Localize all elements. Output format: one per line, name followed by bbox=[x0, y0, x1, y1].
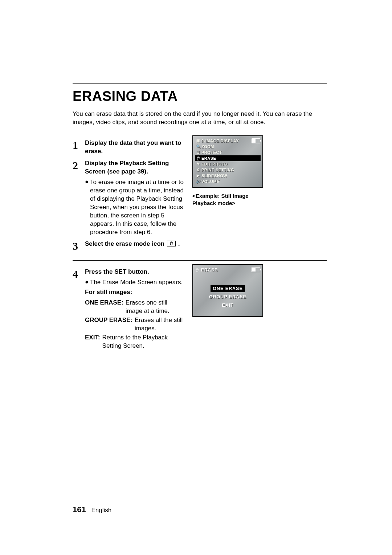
menu-item-icon: 🔊 bbox=[195, 179, 201, 184]
lcd-playback-menu: ▦9-IMAGE DISPLAY🔍ZOOM⛨PROTECTERASE✎EDIT … bbox=[192, 135, 263, 188]
step-2: 2 Display the Playback Setting Screen (s… bbox=[73, 159, 185, 236]
step-number: 3 bbox=[73, 240, 85, 252]
rule-mid bbox=[73, 260, 327, 261]
exit-label: EXIT: bbox=[85, 334, 100, 350]
intro-text: You can erase data that is stored on the… bbox=[73, 110, 327, 127]
step-number: 2 bbox=[73, 159, 85, 171]
lcd1-menu-item: ⛨PROTECT bbox=[195, 150, 261, 155]
step3-head-b: . bbox=[178, 240, 180, 247]
lcd-erase-mode: ERASE ONE ERASEGROUP ERASEEXIT bbox=[192, 264, 263, 317]
menu-item-icon: 🔍 bbox=[195, 144, 201, 149]
lcd1-menu-item: ERASE bbox=[195, 155, 261, 161]
step-4: 4 Press the SET button. ● The Erase Mode… bbox=[73, 268, 185, 351]
menu-item-label: ZOOM bbox=[201, 144, 214, 150]
lcd1-menu-item: ▦9-IMAGE DISPLAY bbox=[195, 138, 261, 144]
menu-item-label: VOLUME bbox=[201, 179, 220, 184]
lcd2-option: EXIT bbox=[220, 302, 236, 309]
lcd2-option: GROUP ERASE bbox=[207, 294, 249, 301]
menu-item-label: ERASE bbox=[201, 156, 216, 161]
group-erase-text: Erases all the still images. bbox=[135, 316, 185, 333]
trash-icon bbox=[195, 268, 199, 272]
menu-item-icon: ⎙ bbox=[195, 167, 201, 172]
lcd1-caption: <Example: Still Image Playback mode> bbox=[192, 192, 269, 207]
lcd2-option: ONE ERASE bbox=[211, 285, 245, 292]
menu-item-icon bbox=[195, 156, 201, 160]
bullet-dot: ● bbox=[85, 278, 90, 287]
page-footer: 161 English bbox=[73, 504, 111, 515]
lcd1-menu-item: 🔊VOLUME bbox=[195, 179, 261, 184]
group-erase-label: GROUP ERASE: bbox=[85, 316, 132, 333]
step2-bullet: To erase one image at a time or to erase… bbox=[90, 178, 185, 237]
bullet-dot: ● bbox=[85, 178, 90, 237]
menu-item-icon: ⛨ bbox=[195, 150, 201, 155]
menu-item-label: SLIDESHOW bbox=[201, 173, 227, 179]
step4-head: Press the SET button. bbox=[85, 268, 149, 275]
lcd1-menu-item: ▶SLIDESHOW bbox=[195, 173, 261, 179]
one-erase-label: ONE ERASE: bbox=[85, 299, 123, 315]
menu-item-label: PRINT SETTING bbox=[201, 167, 234, 173]
rule-top bbox=[73, 83, 327, 84]
lcd1-menu-item: ✎EDIT PHOTO bbox=[195, 161, 261, 167]
step-number: 4 bbox=[73, 268, 85, 279]
menu-item-label: 9-IMAGE DISPLAY bbox=[201, 138, 239, 144]
erase-mode-icon bbox=[167, 241, 176, 246]
step3-head-a: Select the erase mode icon bbox=[85, 240, 166, 247]
page-title: ERASING DATA bbox=[73, 87, 327, 106]
exit-text: Returns to the Playback Setting Screen. bbox=[102, 334, 185, 350]
lcd2-header: ERASE bbox=[201, 267, 218, 273]
menu-item-icon: ▶ bbox=[195, 173, 201, 178]
menu-item-icon: ✎ bbox=[195, 162, 201, 167]
menu-item-icon: ▦ bbox=[195, 138, 201, 143]
menu-item-label: PROTECT bbox=[201, 150, 222, 155]
step-3: 3 Select the erase mode icon . bbox=[73, 240, 185, 252]
one-erase-text: Erases one still image at a time. bbox=[126, 299, 185, 315]
menu-item-label: EDIT PHOTO bbox=[201, 162, 228, 167]
step4-bullet: The Erase Mode Screen appears. bbox=[90, 278, 185, 287]
lcd1-menu-item: ⎙PRINT SETTING bbox=[195, 167, 261, 173]
battery-icon bbox=[252, 267, 260, 272]
step-number: 1 bbox=[73, 139, 85, 151]
step-1: 1 Display the data that you want to eras… bbox=[73, 139, 185, 156]
lcd1-menu-item: 🔍ZOOM bbox=[195, 144, 261, 150]
step1-head: Display the data that you want to erase. bbox=[85, 139, 181, 155]
for-still-images-label: For still images: bbox=[85, 289, 132, 295]
page-number: 161 bbox=[73, 505, 86, 514]
step2-head: Display the Playback Setting Screen (see… bbox=[85, 160, 169, 175]
page-language: English bbox=[91, 507, 111, 514]
